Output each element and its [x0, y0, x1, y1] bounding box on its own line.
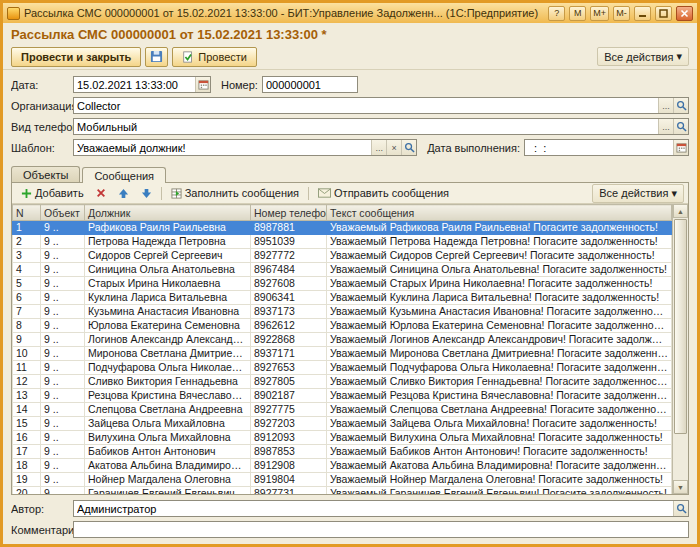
cell-object[interactable]: 9 ..	[41, 487, 85, 495]
cell-message[interactable]: Уважаемый Резцова Кристина Вячеславовна!…	[327, 389, 672, 403]
tab-objects[interactable]: Объекты	[11, 166, 80, 182]
cell-message[interactable]: Уважаемый Логинов Александр Александрови…	[327, 333, 672, 347]
cell-phone[interactable]: 8922868	[251, 333, 327, 347]
cell-row-number[interactable]: 20	[13, 487, 41, 495]
add-row-button[interactable]: Добавить	[16, 186, 89, 200]
cell-phone[interactable]: 8902187	[251, 389, 327, 403]
cell-debtor[interactable]: Логинов Александр Александрович	[85, 333, 251, 347]
table-row[interactable]: 169 ..Вилухина Ольга Михайловна8912093Ув…	[13, 431, 672, 445]
cell-phone[interactable]: 8937171	[251, 347, 327, 361]
cell-debtor[interactable]: Зайцева Ольга Михайловна	[85, 417, 251, 431]
cell-phone[interactable]: 8927608	[251, 277, 327, 291]
cell-object[interactable]: 9 ..	[41, 417, 85, 431]
send-messages-button[interactable]: Отправить сообщения	[313, 186, 454, 200]
vertical-scrollbar[interactable]: ▲ ▼	[672, 204, 688, 494]
organization-input[interactable]	[74, 98, 658, 113]
cell-phone[interactable]: 8962612	[251, 319, 327, 333]
cell-message[interactable]: Уважаемый Синицина Ольга Анатольевна! По…	[327, 263, 672, 277]
cell-message[interactable]: Уважаемый Юрлова Екатерина Семеновна! По…	[327, 319, 672, 333]
table-row[interactable]: 59 ..Старых Ирина Николаевна8927608Уважа…	[13, 277, 672, 291]
table-row[interactable]: 19 ..Рафикова Раиля Раильевна8987881Уваж…	[13, 221, 672, 235]
scroll-down-button[interactable]: ▼	[673, 480, 688, 494]
move-down-button[interactable]	[136, 187, 157, 200]
cell-message[interactable]: Уважаемый Старых Ирина Николаевна! Погас…	[327, 277, 672, 291]
cell-object[interactable]: 9 ..	[41, 445, 85, 459]
phone-type-choose-button[interactable]: ...	[658, 119, 673, 134]
cell-object[interactable]: 9 ..	[41, 403, 85, 417]
post-and-close-button[interactable]: Провести и закрыть	[11, 47, 141, 67]
cell-object[interactable]: 9 ..	[41, 473, 85, 487]
cell-phone[interactable]: 8912908	[251, 459, 327, 473]
cell-debtor[interactable]: Сливко Виктория Геннадьевна	[85, 375, 251, 389]
help-button[interactable]: ?	[548, 6, 565, 21]
cell-row-number[interactable]: 17	[13, 445, 41, 459]
cell-message[interactable]: Уважаемый Подчуфарова Ольга Николаевна! …	[327, 361, 672, 375]
table-row[interactable]: 159 ..Зайцева Ольга Михайловна8927203Ува…	[13, 417, 672, 431]
cell-row-number[interactable]: 18	[13, 459, 41, 473]
cell-debtor[interactable]: Петрова Надежда Петровна	[85, 235, 251, 249]
table-row[interactable]: 189 ..Акатова Альбина Владимировна891290…	[13, 459, 672, 473]
table-row[interactable]: 179 ..Бабиков Антон Антонович8987853Уваж…	[13, 445, 672, 459]
cell-debtor[interactable]: Бабиков Антон Антонович	[85, 445, 251, 459]
author-input[interactable]	[74, 501, 673, 516]
table-row[interactable]: 29 ..Петрова Надежда Петровна8951039Уваж…	[13, 235, 672, 249]
cell-row-number[interactable]: 7	[13, 305, 41, 319]
cell-row-number[interactable]: 6	[13, 291, 41, 305]
organization-open-button[interactable]	[673, 98, 688, 113]
cell-row-number[interactable]: 19	[13, 473, 41, 487]
cell-object[interactable]: 9 ..	[41, 291, 85, 305]
table-row[interactable]: 89 ..Юрлова Екатерина Семеновна8962612Ув…	[13, 319, 672, 333]
table-row[interactable]: 109 ..Миронова Светлана Дмитриевна893717…	[13, 347, 672, 361]
cell-debtor[interactable]: Миронова Светлана Дмитриевна	[85, 347, 251, 361]
cell-debtor[interactable]: Куклина Лариса Витальевна	[85, 291, 251, 305]
cell-phone[interactable]: 8987881	[251, 221, 327, 235]
cell-phone[interactable]: 8951039	[251, 235, 327, 249]
template-open-button[interactable]	[401, 140, 416, 155]
cell-phone[interactable]: 8906341	[251, 291, 327, 305]
cell-message[interactable]: Уважаемый Сливко Виктория Геннадьевна! П…	[327, 375, 672, 389]
cell-row-number[interactable]: 9	[13, 333, 41, 347]
header-debtor[interactable]: Должник	[85, 205, 251, 221]
cell-row-number[interactable]: 16	[13, 431, 41, 445]
cell-row-number[interactable]: 14	[13, 403, 41, 417]
cell-object[interactable]: 9 ..	[41, 375, 85, 389]
cell-debtor[interactable]: Вилухина Ольга Михайловна	[85, 431, 251, 445]
table-row[interactable]: 199 ..Нойнер Магдалена Олеговна8919804Ув…	[13, 473, 672, 487]
cell-phone[interactable]: 8927805	[251, 375, 327, 389]
cell-debtor[interactable]: Подчуфарова Ольга Николаевна	[85, 361, 251, 375]
header-phone[interactable]: Номер телефона	[251, 205, 327, 221]
fill-messages-button[interactable]: Заполнить сообщения	[166, 186, 304, 200]
cell-message[interactable]: Уважаемый Рафикова Раиля Раильевна! Пога…	[327, 221, 672, 235]
cell-phone[interactable]: 8927775	[251, 403, 327, 417]
cell-object[interactable]: 9 ..	[41, 389, 85, 403]
table-row[interactable]: 209 ..Гараничев Евгений Евгеньвич8927731…	[13, 487, 672, 495]
cell-message[interactable]: Уважаемый Акатова Альбина Владимировна! …	[327, 459, 672, 473]
cell-debtor[interactable]: Слепцова Светлана Андреевна	[85, 403, 251, 417]
cell-message[interactable]: Уважаемый Петрова Надежда Петровна! Пога…	[327, 235, 672, 249]
cell-row-number[interactable]: 5	[13, 277, 41, 291]
cell-message[interactable]: Уважаемый Нойнер Магдалена Олеговна! Пог…	[327, 473, 672, 487]
table-row[interactable]: 79 ..Кузьмина Анастасия Ивановна8937173У…	[13, 305, 672, 319]
cell-debtor[interactable]: Рафикова Раиля Раильевна	[85, 221, 251, 235]
cell-object[interactable]: 9 ..	[41, 431, 85, 445]
cell-row-number[interactable]: 8	[13, 319, 41, 333]
header-message[interactable]: Текст сообщения	[327, 205, 672, 221]
table-row[interactable]: 49 ..Синицина Ольга Анатольевна8967484Ув…	[13, 263, 672, 277]
memory-button[interactable]: М	[569, 6, 586, 21]
cell-debtor[interactable]: Старых Ирина Николаевна	[85, 277, 251, 291]
minimize-button[interactable]	[634, 6, 651, 21]
cell-message[interactable]: Уважаемый Куклина Лариса Витальевна! Пог…	[327, 291, 672, 305]
cell-row-number[interactable]: 12	[13, 375, 41, 389]
phone-type-open-button[interactable]	[673, 119, 688, 134]
cell-message[interactable]: Уважаемый Слепцова Светлана Андреевна! П…	[327, 403, 672, 417]
cell-message[interactable]: Уважаемый Миронова Светлана Дмитриевна! …	[327, 347, 672, 361]
cell-message[interactable]: Уважаемый Сидоров Сергей Сергеевич! Пога…	[327, 249, 672, 263]
table-row[interactable]: 69 ..Куклина Лариса Витальевна8906341Ува…	[13, 291, 672, 305]
scroll-up-button[interactable]: ▲	[673, 204, 688, 218]
cell-phone[interactable]: 8919804	[251, 473, 327, 487]
cell-debtor[interactable]: Нойнер Магдалена Олеговна	[85, 473, 251, 487]
cell-debtor[interactable]: Гараничев Евгений Евгеньвич	[85, 487, 251, 495]
cell-phone[interactable]: 8927731	[251, 487, 327, 495]
memory-plus-button[interactable]: М+	[590, 6, 609, 21]
header-object[interactable]: Объект	[41, 205, 85, 221]
